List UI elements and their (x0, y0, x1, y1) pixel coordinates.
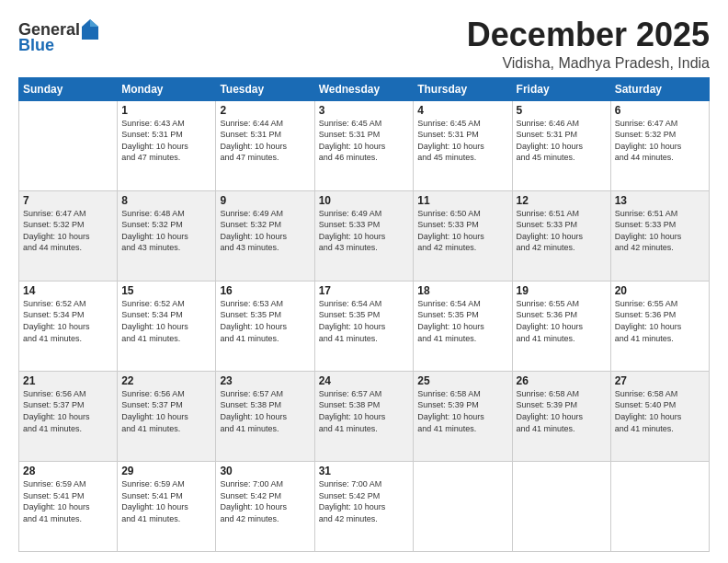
logo-icon (82, 19, 98, 40)
week-row-5: 28Sunrise: 6:59 AM Sunset: 5:41 PM Dayli… (19, 461, 710, 551)
logo: General Blue (18, 20, 98, 55)
day-number: 28 (23, 465, 113, 477)
calendar-cell: 14Sunrise: 6:52 AM Sunset: 5:34 PM Dayli… (19, 281, 118, 371)
day-info: Sunrise: 6:58 AM Sunset: 5:39 PM Dayligh… (417, 388, 507, 434)
day-number: 25 (417, 374, 507, 387)
day-info: Sunrise: 6:58 AM Sunset: 5:40 PM Dayligh… (615, 388, 705, 434)
day-info: Sunrise: 6:54 AM Sunset: 5:35 PM Dayligh… (417, 298, 507, 344)
calendar-cell: 18Sunrise: 6:54 AM Sunset: 5:35 PM Dayli… (414, 281, 512, 371)
calendar-cell: 13Sunrise: 6:51 AM Sunset: 5:33 PM Dayli… (610, 190, 709, 281)
calendar-cell: 4Sunrise: 6:45 AM Sunset: 5:31 PM Daylig… (414, 100, 512, 190)
day-number: 27 (615, 374, 705, 387)
calendar-cell: 6Sunrise: 6:47 AM Sunset: 5:32 PM Daylig… (610, 100, 709, 190)
calendar-cell (610, 461, 709, 551)
calendar-cell: 11Sunrise: 6:50 AM Sunset: 5:33 PM Dayli… (414, 190, 512, 281)
day-number: 7 (23, 194, 113, 207)
calendar-cell: 5Sunrise: 6:46 AM Sunset: 5:31 PM Daylig… (512, 100, 610, 190)
day-info: Sunrise: 6:57 AM Sunset: 5:38 PM Dayligh… (319, 388, 410, 434)
day-info: Sunrise: 6:59 AM Sunset: 5:41 PM Dayligh… (121, 478, 211, 524)
day-info: Sunrise: 6:45 AM Sunset: 5:31 PM Dayligh… (319, 118, 410, 164)
day-number: 19 (517, 284, 607, 297)
day-number: 20 (615, 284, 705, 297)
page: General Blue December 2025 Vidisha, Madh… (0, 0, 728, 563)
day-number: 15 (121, 284, 211, 297)
week-row-1: 1Sunrise: 6:43 AM Sunset: 5:31 PM Daylig… (19, 100, 710, 190)
day-number: 16 (220, 284, 310, 297)
day-info: Sunrise: 6:44 AM Sunset: 5:31 PM Dayligh… (220, 118, 310, 164)
calendar-cell: 8Sunrise: 6:48 AM Sunset: 5:32 PM Daylig… (118, 190, 216, 281)
calendar-cell: 20Sunrise: 6:55 AM Sunset: 5:36 PM Dayli… (610, 281, 709, 371)
day-number: 30 (220, 465, 310, 477)
day-info: Sunrise: 6:49 AM Sunset: 5:33 PM Dayligh… (319, 208, 410, 254)
day-info: Sunrise: 6:51 AM Sunset: 5:33 PM Dayligh… (615, 208, 705, 254)
calendar-cell: 10Sunrise: 6:49 AM Sunset: 5:33 PM Dayli… (314, 190, 414, 281)
day-number: 10 (319, 194, 410, 207)
day-info: Sunrise: 6:50 AM Sunset: 5:33 PM Dayligh… (417, 208, 507, 254)
weekday-friday: Friday (512, 77, 610, 100)
weekday-monday: Monday (118, 77, 216, 100)
weekday-tuesday: Tuesday (216, 77, 314, 100)
weekday-header-row: SundayMondayTuesdayWednesdayThursdayFrid… (19, 77, 710, 100)
calendar-cell: 19Sunrise: 6:55 AM Sunset: 5:36 PM Dayli… (512, 281, 610, 371)
day-info: Sunrise: 6:58 AM Sunset: 5:39 PM Dayligh… (517, 388, 607, 434)
day-info: Sunrise: 6:55 AM Sunset: 5:36 PM Dayligh… (615, 298, 705, 344)
day-number: 31 (319, 465, 410, 477)
calendar-cell: 27Sunrise: 6:58 AM Sunset: 5:40 PM Dayli… (610, 371, 709, 461)
calendar-cell: 31Sunrise: 7:00 AM Sunset: 5:42 PM Dayli… (314, 461, 414, 551)
day-info: Sunrise: 6:43 AM Sunset: 5:31 PM Dayligh… (121, 118, 211, 164)
day-info: Sunrise: 6:52 AM Sunset: 5:34 PM Dayligh… (23, 298, 113, 344)
day-number: 2 (220, 104, 310, 117)
day-info: Sunrise: 6:47 AM Sunset: 5:32 PM Dayligh… (23, 208, 113, 254)
day-info: Sunrise: 6:56 AM Sunset: 5:37 PM Dayligh… (23, 388, 113, 434)
weekday-saturday: Saturday (610, 77, 709, 100)
day-number: 24 (319, 374, 410, 387)
calendar-cell: 3Sunrise: 6:45 AM Sunset: 5:31 PM Daylig… (314, 100, 414, 190)
day-number: 6 (615, 104, 705, 117)
day-number: 9 (220, 194, 310, 207)
calendar-cell: 21Sunrise: 6:56 AM Sunset: 5:37 PM Dayli… (19, 371, 118, 461)
day-info: Sunrise: 6:53 AM Sunset: 5:35 PM Dayligh… (220, 298, 310, 344)
day-info: Sunrise: 6:51 AM Sunset: 5:33 PM Dayligh… (517, 208, 607, 254)
day-number: 5 (517, 104, 607, 117)
weekday-wednesday: Wednesday (314, 77, 414, 100)
day-number: 11 (417, 194, 507, 207)
day-number: 8 (121, 194, 211, 207)
day-number: 26 (517, 374, 607, 387)
calendar-location: Vidisha, Madhya Pradesh, India (467, 55, 710, 72)
day-number: 13 (615, 194, 705, 207)
day-info: Sunrise: 6:48 AM Sunset: 5:32 PM Dayligh… (121, 208, 211, 254)
header: General Blue December 2025 Vidisha, Madh… (18, 17, 710, 72)
calendar-cell (512, 461, 610, 551)
week-row-3: 14Sunrise: 6:52 AM Sunset: 5:34 PM Dayli… (19, 281, 710, 371)
calendar-cell (19, 100, 118, 190)
calendar-cell: 15Sunrise: 6:52 AM Sunset: 5:34 PM Dayli… (118, 281, 216, 371)
day-info: Sunrise: 6:49 AM Sunset: 5:32 PM Dayligh… (220, 208, 310, 254)
day-info: Sunrise: 6:45 AM Sunset: 5:31 PM Dayligh… (417, 118, 507, 164)
calendar-cell: 7Sunrise: 6:47 AM Sunset: 5:32 PM Daylig… (19, 190, 118, 281)
day-info: Sunrise: 6:57 AM Sunset: 5:38 PM Dayligh… (220, 388, 310, 434)
calendar-cell: 30Sunrise: 7:00 AM Sunset: 5:42 PM Dayli… (216, 461, 314, 551)
day-number: 14 (23, 284, 113, 297)
calendar-cell: 2Sunrise: 6:44 AM Sunset: 5:31 PM Daylig… (216, 100, 314, 190)
calendar-cell: 12Sunrise: 6:51 AM Sunset: 5:33 PM Dayli… (512, 190, 610, 281)
day-number: 1 (121, 104, 211, 117)
calendar-cell: 24Sunrise: 6:57 AM Sunset: 5:38 PM Dayli… (314, 371, 414, 461)
week-row-4: 21Sunrise: 6:56 AM Sunset: 5:37 PM Dayli… (19, 371, 710, 461)
day-info: Sunrise: 6:46 AM Sunset: 5:31 PM Dayligh… (517, 118, 607, 164)
week-row-2: 7Sunrise: 6:47 AM Sunset: 5:32 PM Daylig… (19, 190, 710, 281)
day-number: 22 (121, 374, 211, 387)
day-number: 18 (417, 284, 507, 297)
day-number: 3 (319, 104, 410, 117)
calendar-cell: 16Sunrise: 6:53 AM Sunset: 5:35 PM Dayli… (216, 281, 314, 371)
day-info: Sunrise: 6:52 AM Sunset: 5:34 PM Dayligh… (121, 298, 211, 344)
day-number: 12 (517, 194, 607, 207)
calendar-title: December 2025 (467, 17, 710, 53)
day-info: Sunrise: 6:55 AM Sunset: 5:36 PM Dayligh… (517, 298, 607, 344)
day-number: 23 (220, 374, 310, 387)
calendar-cell: 26Sunrise: 6:58 AM Sunset: 5:39 PM Dayli… (512, 371, 610, 461)
calendar-cell: 28Sunrise: 6:59 AM Sunset: 5:41 PM Dayli… (19, 461, 118, 551)
calendar-cell: 25Sunrise: 6:58 AM Sunset: 5:39 PM Dayli… (414, 371, 512, 461)
svg-marker-1 (90, 19, 98, 27)
calendar-cell: 29Sunrise: 6:59 AM Sunset: 5:41 PM Dayli… (118, 461, 216, 551)
day-info: Sunrise: 6:56 AM Sunset: 5:37 PM Dayligh… (121, 388, 211, 434)
